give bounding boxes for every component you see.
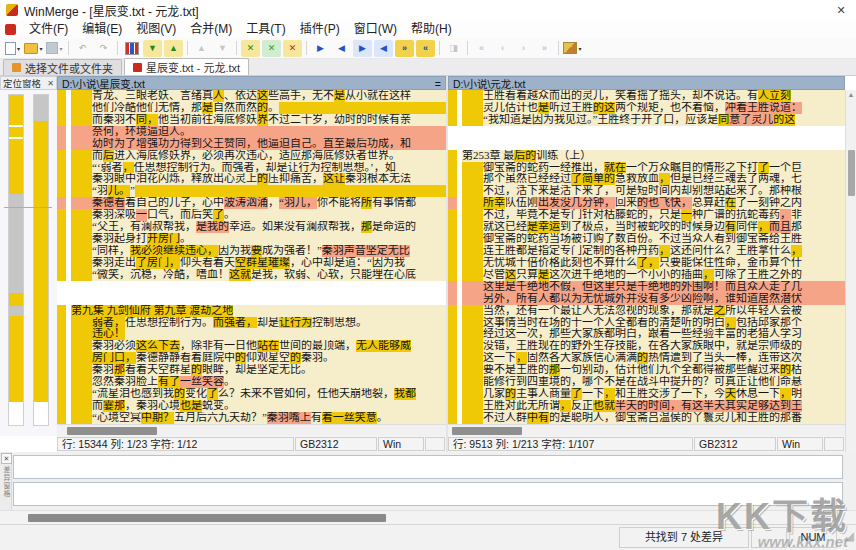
left-text-area[interactable]: 青龙、三眼老妖、言绪真人、依达这些高手，无不是从小就在这样他们冷酷他们无情，那是… bbox=[57, 90, 446, 424]
close-icon[interactable]: ✕ bbox=[1, 453, 12, 464]
text-line: 这事情当时在场的十一个人全都看的清楚听的明白，包括邱家那个 bbox=[448, 317, 845, 329]
diff-gutter bbox=[57, 317, 66, 329]
text-line: 王胜看着越众而出的灵儿，笑着摇了摇头，却不说话。有人立刻 bbox=[448, 90, 845, 102]
first-diff-icon[interactable]: ▲ bbox=[192, 40, 211, 57]
new-file-icon[interactable]: ▾ bbox=[3, 40, 22, 57]
vertical-scrollbar[interactable]: ▲ ▼ bbox=[845, 90, 856, 509]
location-segment bbox=[34, 402, 48, 425]
copy-all-right-icon[interactable]: » bbox=[395, 40, 414, 57]
text-line: 忽然秦羽脸上有了一丝笑容。 bbox=[57, 376, 446, 388]
last-diff-icon[interactable]: ▼ bbox=[213, 40, 232, 57]
diff-gutter bbox=[448, 317, 457, 329]
scrollbar-thumb[interactable] bbox=[28, 514, 386, 522]
diff-gutter bbox=[448, 138, 457, 150]
toolbar-separator bbox=[68, 41, 69, 55]
save-icon[interactable]: ▾ bbox=[45, 40, 64, 57]
close-window-button[interactable]: ✕ bbox=[826, 1, 856, 20]
diff-gutter bbox=[57, 269, 66, 281]
menu-item[interactable]: 帮助(H) bbox=[404, 20, 459, 38]
recompare-icon[interactable] bbox=[122, 40, 141, 57]
diff-gutter bbox=[57, 281, 66, 293]
location-bar-right[interactable] bbox=[33, 94, 49, 426]
text-line: 所幸队伍刚出发没几分钟，回来的也飞快，总算赶在了一刻钟之内 bbox=[448, 197, 845, 209]
diff-gutter bbox=[57, 90, 66, 102]
text-line bbox=[57, 293, 446, 305]
text-line: 秦羽起身打开房门。 bbox=[57, 233, 446, 245]
scrollbar-thumb[interactable] bbox=[848, 150, 855, 196]
tab-label: 选择文件或文件夹 bbox=[25, 60, 113, 76]
toolbar-separator bbox=[306, 41, 307, 55]
copy-left-icon[interactable]: ◀ bbox=[332, 40, 351, 57]
scroll-up-icon[interactable]: ▲ bbox=[846, 91, 856, 98]
left-file-pane[interactable]: 青龙、三眼老妖、言绪真人、依达这些高手，无不是从小就在这样他们冷酷他们无情，那是… bbox=[57, 90, 446, 452]
tab-inactive[interactable]: 选择文件或文件夹 bbox=[3, 59, 122, 75]
last-file-icon[interactable]: » bbox=[535, 40, 554, 57]
menu-item[interactable]: 合并(M) bbox=[183, 20, 239, 38]
location-segment bbox=[9, 306, 23, 316]
text-line: 灵儿估计也是听过王胜的这两个规矩，也不着恼，冲着王胜说道： bbox=[448, 102, 845, 114]
copy-all-left-icon[interactable]: « bbox=[416, 40, 435, 57]
next-diff-icon[interactable]: ▼ bbox=[143, 40, 162, 57]
copy-left-advance-icon[interactable]: ◀ bbox=[374, 40, 393, 57]
diff-gutter bbox=[448, 400, 457, 412]
menu-item[interactable]: 窗口(W) bbox=[347, 20, 404, 38]
diff-gutter bbox=[448, 352, 457, 364]
right-horizontal-scrollbar[interactable] bbox=[448, 424, 845, 436]
diff-gutter bbox=[57, 221, 66, 233]
diff-gutter bbox=[57, 138, 66, 150]
menu-item[interactable]: 编辑(E) bbox=[75, 20, 129, 38]
prev-conflict-icon[interactable]: « bbox=[472, 40, 491, 57]
resize-grip[interactable]: ◢ bbox=[838, 525, 856, 550]
text-line: 另外，所有人都以为无忧城外并没有多少凶险啊，谁知道居然潜伏 bbox=[448, 293, 845, 305]
diff-gutter bbox=[448, 412, 457, 424]
diff-pane-right-line[interactable] bbox=[13, 482, 843, 506]
open-file-icon[interactable]: ▾ bbox=[24, 40, 43, 57]
scrollbar-thumb[interactable] bbox=[452, 427, 522, 435]
next-file-icon[interactable]: › bbox=[514, 40, 533, 57]
auto-merge-icon[interactable]: ◨ bbox=[444, 40, 463, 57]
prev-diff-icon[interactable]: ▲ bbox=[164, 40, 183, 57]
text-line: 而秦羽不同，他当初前往海底修妖界不过二十岁，幼时的时候有亲 bbox=[57, 114, 446, 126]
encoding-status: GB2312 bbox=[694, 437, 776, 451]
current-diff-icon[interactable]: ✕ bbox=[241, 40, 260, 57]
left-file-header[interactable]: D:\小说\星辰变.txt = bbox=[57, 76, 446, 90]
winmerge-doc-tab-icon bbox=[133, 63, 142, 72]
prev-file-icon[interactable]: ‹ bbox=[493, 40, 512, 57]
right-file-pane[interactable]: 王胜看着越众而出的灵儿，笑着摇了摇头，却不说话。有人立刻灵儿估计也是听过王胜的这… bbox=[448, 90, 845, 452]
diff-pane-gripper[interactable]: ✕ 差异窗格 bbox=[0, 452, 12, 510]
diff-gutter bbox=[448, 388, 457, 400]
redo-icon[interactable]: ↷ bbox=[94, 40, 113, 57]
select-line-diff-icon[interactable]: ✕ bbox=[262, 40, 281, 57]
close-icon[interactable]: ✕ bbox=[47, 77, 54, 89]
menu-item[interactable]: 工具(T) bbox=[239, 20, 292, 38]
undo-icon[interactable]: ↶ bbox=[73, 40, 92, 57]
right-file-header[interactable]: D:\小说\元龙.txt bbox=[448, 76, 845, 90]
location-bar-left[interactable] bbox=[8, 94, 24, 426]
location-pane[interactable] bbox=[0, 90, 58, 436]
text-line: “我知道是因为我见过。”王胜终于开了口，应该是同意了灵儿的这 bbox=[448, 114, 845, 126]
text-line: 秦羽走出了房门，仰头看着天空群星璀璨，心中却是道：“因为我 bbox=[57, 257, 446, 269]
diff-pane-left-line[interactable] bbox=[13, 455, 843, 479]
diff-gutter bbox=[57, 209, 66, 221]
diff-gutter bbox=[448, 364, 457, 376]
scrollbar-thumb[interactable] bbox=[67, 427, 157, 435]
menu-item[interactable]: 视图(V) bbox=[129, 20, 183, 38]
options-icon[interactable]: ▾ bbox=[563, 40, 582, 57]
copy-right-advance-icon[interactable]: ▶ bbox=[353, 40, 372, 57]
left-horizontal-scrollbar[interactable] bbox=[57, 424, 446, 436]
text-line: 御宝斋的蛇药一经推出，就在一个万众瞩目的情形之下打了一个巨 bbox=[448, 162, 845, 174]
menu-item[interactable]: 文件(F) bbox=[22, 20, 75, 38]
diff-gutter bbox=[57, 352, 66, 364]
copy-right-icon[interactable]: ▶ bbox=[311, 40, 330, 57]
tab-active[interactable]: 星辰变.txt - 元龙.txt bbox=[124, 58, 249, 75]
diff-gutter bbox=[57, 364, 66, 376]
right-text-area[interactable]: 王胜看着越众而出的灵儿，笑着摇了摇头，却不说话。有人立刻灵儿估计也是听过王胜的这… bbox=[448, 90, 845, 424]
diff-gutter bbox=[448, 114, 457, 126]
eol-status: Win bbox=[777, 437, 823, 451]
bottom-horizontal-scrollbar[interactable] bbox=[0, 510, 856, 524]
diff-gutter bbox=[57, 173, 66, 185]
eol-status: Win bbox=[378, 437, 424, 451]
menu-item[interactable]: 插件(P) bbox=[293, 20, 347, 38]
diff-gutter bbox=[57, 412, 66, 424]
reset-diff-icon[interactable]: ✕ bbox=[283, 40, 302, 57]
